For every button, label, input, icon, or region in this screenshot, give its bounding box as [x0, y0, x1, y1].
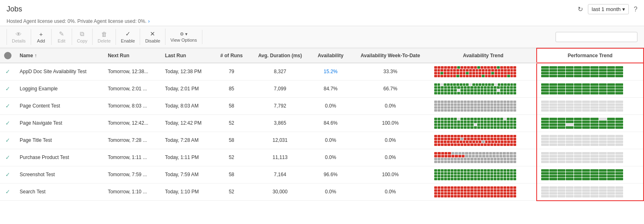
- row-perf-trend-4: [537, 132, 644, 149]
- row-perf-trend-0: [537, 63, 644, 81]
- table-row: ✓ Purchase Product Test Tomorrow, 1:11 .…: [0, 149, 644, 166]
- copy-button[interactable]: ⧉ Copy: [72, 29, 93, 45]
- row-check-6[interactable]: ✓: [0, 166, 16, 183]
- col-header-runs[interactable]: # of Runs: [213, 48, 249, 63]
- row-perf-trend-3: [537, 114, 644, 132]
- row-avg-duration-0: 8,327: [249, 63, 311, 81]
- disable-label: Disable: [145, 38, 160, 43]
- row-name-2: Page Content Test: [16, 97, 104, 114]
- row-next-run-0: Tomorrow, 12:38...: [104, 63, 161, 81]
- row-next-run-2: Tomorrow, 8:03 ...: [104, 97, 161, 114]
- table-row: ✓ Page Navigate Test Tomorrow, 12:42... …: [0, 114, 644, 132]
- row-last-run-6: Today, 7:59 AM: [161, 166, 213, 183]
- row-runs-2: 58: [213, 97, 249, 114]
- edit-button[interactable]: ✎ Edit: [52, 29, 72, 45]
- row-avail-trend-4: [430, 132, 537, 149]
- row-next-run-3: Tomorrow, 12:42...: [104, 114, 161, 132]
- add-button[interactable]: + Add: [31, 29, 52, 45]
- row-name-3: Page Navigate Test: [16, 114, 104, 132]
- table-row: ✓ Page Content Test Tomorrow, 8:03 ... T…: [0, 97, 644, 114]
- view-options-label: View Options: [170, 38, 197, 43]
- table-row: ✓ Search Test Tomorrow, 1:10 ... Today, …: [0, 183, 644, 201]
- select-all-checkbox[interactable]: [4, 52, 11, 59]
- col-header-availability[interactable]: Availability: [311, 48, 351, 63]
- row-last-run-0: Today, 12:38 PM: [161, 63, 213, 81]
- row-avg-duration-5: 11,113: [249, 149, 311, 166]
- row-runs-0: 79: [213, 63, 249, 81]
- license-bar: Hosted Agent license used: 0%. Private A…: [0, 17, 644, 26]
- col-header-check: [0, 48, 16, 63]
- col-header-avg-duration[interactable]: Avg. Duration (ms): [249, 48, 311, 63]
- col-header-availability-trend[interactable]: Availability Trend: [430, 48, 537, 63]
- row-availability-week-4: 0.0%: [351, 132, 430, 149]
- details-button[interactable]: 👁 Details: [7, 29, 31, 45]
- row-check-7[interactable]: ✓: [0, 183, 16, 201]
- help-icon[interactable]: ?: [634, 6, 637, 13]
- check-icon: ✓: [5, 171, 10, 178]
- row-name-4: Page Title Test: [16, 132, 104, 149]
- edit-label: Edit: [58, 38, 66, 43]
- row-avg-duration-3: 3,865: [249, 114, 311, 132]
- col-header-performance-trend[interactable]: Performance Trend: [537, 48, 644, 63]
- row-runs-7: 52: [213, 183, 249, 201]
- col-header-availability-week[interactable]: Availability Week-To-Date: [351, 48, 430, 63]
- toolbar: 👁 Details + Add ✎ Edit ⧉ Copy 🗑 Delete ✓…: [0, 26, 644, 48]
- row-check-0[interactable]: ✓: [0, 63, 16, 81]
- row-check-2[interactable]: ✓: [0, 97, 16, 114]
- row-runs-5: 52: [213, 149, 249, 166]
- row-name-0: AppD Doc Site Availability Test: [16, 63, 104, 81]
- row-last-run-5: Today, 1:11 PM: [161, 149, 213, 166]
- row-avail-trend-2: [430, 97, 537, 114]
- row-availability-3: 84.6%: [311, 114, 351, 132]
- row-avg-duration-7: 30,000: [249, 183, 311, 201]
- table-row: ✓ Screenshot Test Tomorrow, 7:59 ... Tod…: [0, 166, 644, 183]
- col-header-name[interactable]: Name ↑: [16, 48, 104, 63]
- refresh-icon[interactable]: ↻: [578, 5, 583, 13]
- sliders-icon: ⚙ ▾: [180, 31, 188, 37]
- check-icon: ✓: [5, 154, 10, 161]
- row-last-run-1: Today, 2:01 PM: [161, 80, 213, 97]
- view-options-button[interactable]: ⚙ ▾ View Options: [166, 30, 202, 44]
- row-runs-3: 52: [213, 114, 249, 132]
- delete-label: Delete: [98, 38, 111, 43]
- row-next-run-4: Tomorrow, 7:28 ...: [104, 132, 161, 149]
- row-avail-trend-3: [430, 114, 537, 132]
- page-title: Jobs: [7, 5, 22, 13]
- disable-button[interactable]: ✕ Disable: [140, 29, 166, 45]
- check-icon: ✓: [5, 188, 10, 195]
- row-perf-trend-5: [537, 149, 644, 166]
- row-last-run-2: Today, 8:03 AM: [161, 97, 213, 114]
- delete-button[interactable]: 🗑 Delete: [93, 29, 116, 45]
- col-header-last-run[interactable]: Last Run: [161, 48, 213, 63]
- time-filter-dropdown[interactable]: last 1 month ▾: [588, 4, 629, 14]
- license-link[interactable]: ›: [148, 18, 150, 24]
- page-header: Jobs ↻ last 1 month ▾ ?: [0, 0, 644, 17]
- x-icon: ✕: [150, 30, 155, 38]
- row-check-4[interactable]: ✓: [0, 132, 16, 149]
- checkmark-icon: ✓: [125, 30, 131, 38]
- table-row: ✓ Page Title Test Tomorrow, 7:28 ... Tod…: [0, 132, 644, 149]
- row-check-5[interactable]: ✓: [0, 149, 16, 166]
- row-availability-week-6: 100.0%: [351, 166, 430, 183]
- row-availability-2: 0.0%: [311, 97, 351, 114]
- row-last-run-3: Today, 12:42 PM: [161, 114, 213, 132]
- row-availability-6: 96.6%: [311, 166, 351, 183]
- row-availability-5: 0.0%: [311, 149, 351, 166]
- row-avg-duration-4: 12,031: [249, 132, 311, 149]
- col-header-next-run[interactable]: Next Run: [104, 48, 161, 63]
- row-next-run-1: Tomorrow, 2:01 ...: [104, 80, 161, 97]
- row-perf-trend-2: [537, 97, 644, 114]
- row-availability-1: 84.7%: [311, 80, 351, 97]
- row-check-1[interactable]: ✓: [0, 80, 16, 97]
- enable-button[interactable]: ✓ Enable: [116, 29, 140, 45]
- row-next-run-6: Tomorrow, 7:59 ...: [104, 166, 161, 183]
- row-perf-trend-7: [537, 183, 644, 201]
- table-row: ✓ Logging Example Tomorrow, 2:01 ... Tod…: [0, 80, 644, 97]
- row-check-3[interactable]: ✓: [0, 114, 16, 132]
- row-next-run-5: Tomorrow, 1:11 ...: [104, 149, 161, 166]
- license-text: Hosted Agent license used: 0%. Private A…: [7, 18, 147, 24]
- chevron-down-icon: ▾: [622, 6, 625, 12]
- table-header-row: Name ↑ Next Run Last Run # of Runs Avg. …: [0, 48, 644, 63]
- search-input[interactable]: [556, 32, 637, 42]
- row-perf-trend-1: [537, 80, 644, 97]
